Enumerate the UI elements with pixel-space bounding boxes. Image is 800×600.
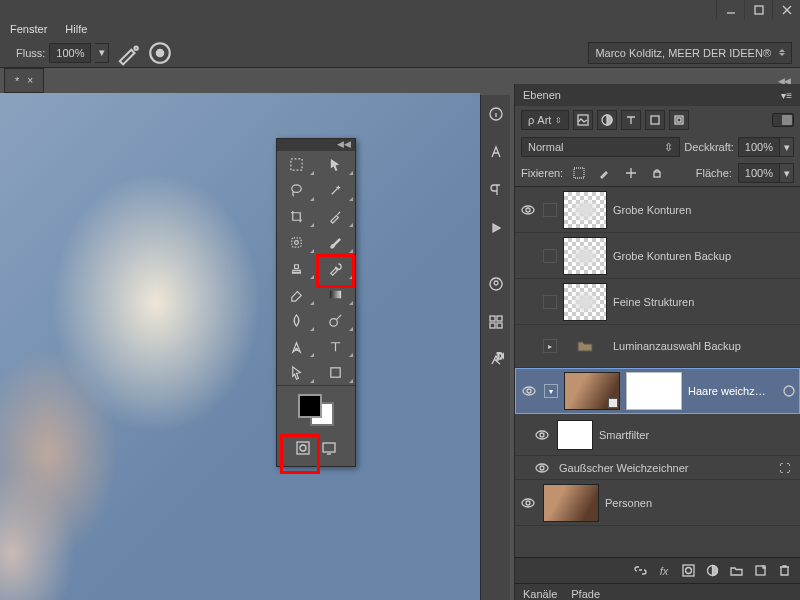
move-tool-icon[interactable] (316, 151, 355, 177)
visibility-icon[interactable] (533, 428, 551, 442)
layer-thumbnail[interactable] (563, 191, 607, 229)
expand-icon[interactable] (543, 249, 557, 263)
layer-thumbnail[interactable] (543, 484, 599, 522)
shape-tool-icon[interactable] (316, 359, 355, 385)
smartfilter-row[interactable]: Smartfilter (515, 414, 800, 456)
layer-name[interactable]: Haare weichz… (688, 385, 777, 397)
layer-thumbnail[interactable] (563, 237, 607, 275)
layer-fx-icon[interactable]: fx (654, 561, 674, 581)
type-tool-icon[interactable] (316, 333, 355, 359)
layer-row[interactable]: Grobe Konturen Backup (515, 233, 800, 279)
menu-help[interactable]: Hilfe (65, 23, 87, 35)
filter-mask-thumbnail[interactable] (557, 420, 593, 450)
canvas-area[interactable] (0, 93, 480, 600)
panel-menu-icon[interactable]: ▾≡ (781, 90, 792, 101)
minimize-button[interactable] (716, 0, 744, 20)
magic-wand-tool-icon[interactable] (316, 177, 355, 203)
info-panel-icon[interactable] (481, 95, 510, 133)
filter-blend-icon[interactable]: ⛶ (779, 462, 790, 474)
pressure-size-icon[interactable] (147, 42, 173, 64)
opacity-dropdown[interactable]: ▾ (780, 137, 794, 157)
layer-thumbnail[interactable] (563, 283, 607, 321)
tools-collapse[interactable]: ◀◀ (277, 139, 355, 151)
fill-value[interactable]: 100% (738, 163, 780, 183)
fluss-dropdown[interactable]: ▾ (95, 43, 109, 63)
filter-toggle[interactable] (772, 113, 794, 127)
dodge-tool-icon[interactable] (316, 307, 355, 333)
actions-panel-icon[interactable] (481, 209, 510, 247)
visibility-icon[interactable] (520, 384, 538, 398)
layer-row[interactable]: Personen (515, 480, 800, 526)
layer-name[interactable]: Grobe Konturen Backup (613, 250, 796, 262)
healing-brush-tool-icon[interactable] (277, 229, 316, 255)
filter-smart-icon[interactable] (669, 110, 689, 130)
opacity-value[interactable]: 100% (738, 137, 780, 157)
path-select-tool-icon[interactable] (277, 359, 316, 385)
fill-dropdown[interactable]: ▾ (780, 163, 794, 183)
expand-icon[interactable]: ▸ (543, 339, 557, 353)
eyedropper-tool-icon[interactable] (316, 203, 355, 229)
filter-type-icon[interactable] (621, 110, 641, 130)
filter-entry-row[interactable]: Gaußscher Weichzeichner ⛶ (515, 456, 800, 480)
layer-group-row[interactable]: ▸ Luminanzauswahl Backup (515, 325, 800, 368)
lock-all-icon[interactable] (647, 163, 667, 183)
history-brush-tool-icon[interactable] (316, 255, 355, 281)
filter-shape-icon[interactable] (645, 110, 665, 130)
layer-row[interactable]: Feine Strukturen (515, 279, 800, 325)
workspace-selector[interactable]: Marco Kolditz, MEER DER IDEEN® (588, 42, 792, 64)
layer-name[interactable]: Luminanzauswahl Backup (613, 340, 796, 352)
visibility-icon[interactable] (519, 496, 537, 510)
filter-name[interactable]: Gaußscher Weichzeichner (559, 462, 771, 474)
eraser-tool-icon[interactable] (277, 281, 316, 307)
blend-mode-select[interactable]: Normal⇳ (521, 137, 680, 157)
crop-tool-icon[interactable] (277, 203, 316, 229)
paths-tab[interactable]: Pfade (571, 588, 600, 600)
delete-layer-icon[interactable] (774, 561, 794, 581)
menu-window[interactable]: Fenster (10, 23, 47, 35)
layer-thumbnail[interactable] (564, 372, 620, 410)
foreground-color-swatch[interactable] (298, 394, 322, 418)
color-panel-icon[interactable] (481, 265, 510, 303)
new-group-icon[interactable] (726, 561, 746, 581)
layer-filter-kind[interactable]: ρ Art⇳ (521, 110, 569, 130)
gradient-tool-icon[interactable] (316, 281, 355, 307)
pen-tool-icon[interactable] (277, 333, 316, 359)
visibility-icon[interactable] (519, 203, 537, 217)
new-layer-icon[interactable] (750, 561, 770, 581)
styles-panel-icon[interactable]: fx (481, 341, 510, 379)
layers-tab[interactable]: Ebenen (523, 89, 561, 101)
expand-icon[interactable]: ▾ (544, 384, 558, 398)
lock-position-icon[interactable] (621, 163, 641, 183)
add-mask-icon[interactable] (678, 561, 698, 581)
color-swatches[interactable] (296, 392, 336, 428)
paragraph-panel-icon[interactable] (481, 171, 510, 209)
screenmode-icon[interactable] (321, 440, 337, 458)
visibility-icon[interactable] (533, 461, 551, 475)
expand-icon[interactable] (543, 295, 557, 309)
tab-close-icon[interactable]: × (27, 75, 33, 86)
character-panel-icon[interactable] (481, 133, 510, 171)
lock-paint-icon[interactable] (595, 163, 615, 183)
channels-tab[interactable]: Kanäle (523, 588, 557, 600)
layer-name[interactable]: Feine Strukturen (613, 296, 796, 308)
lasso-tool-icon[interactable] (277, 177, 316, 203)
layer-mask-thumbnail[interactable] (626, 372, 682, 410)
blur-tool-icon[interactable] (277, 307, 316, 333)
quickmask-icon[interactable] (295, 440, 311, 458)
layer-row[interactable]: Grobe Konturen (515, 187, 800, 233)
maximize-button[interactable] (744, 0, 772, 20)
layer-name[interactable]: Personen (605, 497, 796, 509)
fluss-value[interactable]: 100% (49, 43, 91, 63)
close-button[interactable] (772, 0, 800, 20)
layer-name[interactable]: Grobe Konturen (613, 204, 796, 216)
adjustment-layer-icon[interactable] (702, 561, 722, 581)
swatches-panel-icon[interactable] (481, 303, 510, 341)
stamp-tool-icon[interactable] (277, 255, 316, 281)
filter-pixel-icon[interactable] (573, 110, 593, 130)
document-tab[interactable]: * × (4, 68, 44, 93)
expand-icon[interactable] (543, 203, 557, 217)
brush-tool-icon[interactable] (316, 229, 355, 255)
layer-row-selected[interactable]: ▾ Haare weichz… (515, 368, 800, 414)
lock-pixels-icon[interactable] (569, 163, 589, 183)
marquee-tool-icon[interactable] (277, 151, 316, 177)
